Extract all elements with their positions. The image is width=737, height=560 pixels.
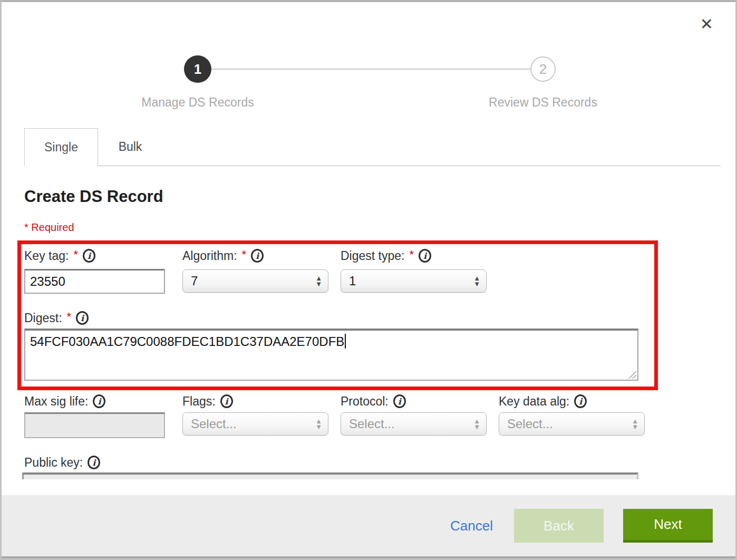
required-asterisk: * (67, 310, 72, 324)
info-icon[interactable]: i (251, 249, 264, 263)
algorithm-label: Algorithm: * i (182, 248, 264, 264)
select-arrows-icon: ▲ ▼ (315, 275, 322, 287)
digest-label-text: Digest: (24, 311, 62, 325)
key-data-alg-label-text: Key data alg: (499, 394, 569, 409)
arrow-down-icon: ▼ (315, 281, 322, 287)
public-key-label: Public key: i (24, 455, 100, 470)
select-arrows-icon: ▲ ▼ (632, 418, 638, 430)
public-key-textarea[interactable] (22, 472, 638, 479)
info-icon[interactable]: i (88, 456, 100, 469)
page-title: Create DS Record (24, 187, 163, 206)
info-icon[interactable]: i (220, 394, 233, 408)
stepper-connector-line (211, 69, 530, 70)
key-data-alg-select-value: Select... (507, 417, 553, 431)
info-icon[interactable]: i (393, 394, 406, 408)
required-asterisk: * (242, 248, 247, 262)
protocol-select[interactable]: Select... ▲ ▼ (341, 412, 487, 436)
max-sig-life-label: Max sig life: i (24, 393, 105, 409)
dialog-footer: Cancel Back Next (2, 495, 735, 558)
key-tag-label-text: Key tag: (24, 249, 69, 263)
select-arrows-icon: ▲ ▼ (315, 418, 322, 430)
arrow-down-icon: ▼ (473, 424, 480, 430)
select-arrows-icon: ▲ ▼ (473, 275, 480, 287)
arrow-down-icon: ▼ (315, 424, 322, 430)
arrow-down-icon: ▼ (632, 424, 638, 430)
info-icon[interactable]: i (574, 394, 587, 408)
info-icon[interactable]: i (93, 394, 105, 408)
stepper-step-1: 1 (184, 55, 211, 83)
digest-label: Digest: * i (24, 310, 89, 326)
flags-label: Flags: i (182, 393, 233, 409)
close-icon[interactable]: ✕ (700, 15, 713, 33)
cancel-button[interactable]: Cancel (450, 518, 493, 534)
back-button[interactable]: Back (514, 509, 604, 543)
resize-handle-icon[interactable] (627, 370, 636, 379)
protocol-label: Protocol: i (341, 393, 406, 409)
key-tag-input[interactable] (24, 269, 165, 294)
info-icon[interactable]: i (76, 311, 89, 325)
max-sig-life-input[interactable] (24, 412, 165, 438)
digest-type-select[interactable]: 1 ▲ ▼ (341, 269, 487, 293)
digest-textarea[interactable]: 54FCF030AA1C79C0088FDEC1BD1C37DAA2E70DFB (24, 329, 638, 381)
digest-type-label-text: Digest type: (341, 249, 404, 263)
algorithm-select-value: 7 (191, 274, 198, 288)
next-button[interactable]: Next (623, 509, 713, 543)
required-asterisk: * (409, 248, 414, 262)
key-tag-label: Key tag: * i (24, 248, 95, 264)
protocol-label-text: Protocol: (341, 394, 389, 409)
info-icon[interactable]: i (419, 249, 431, 263)
stepper-label-manage: Manage DS Records (92, 95, 303, 110)
tab-bulk[interactable]: Bulk (98, 128, 162, 166)
text-cursor (345, 334, 346, 349)
required-asterisk: * (73, 248, 78, 262)
required-note: * Required (24, 221, 74, 234)
stepper-step-2: 2 (530, 56, 556, 82)
protocol-select-value: Select... (349, 417, 395, 431)
flags-label-text: Flags: (182, 394, 216, 409)
tab-single[interactable]: Single (24, 128, 98, 166)
select-arrows-icon: ▲ ▼ (473, 418, 480, 430)
key-data-alg-label: Key data alg: i (499, 393, 587, 409)
algorithm-label-text: Algorithm: (182, 249, 237, 263)
digest-type-label: Digest type: * i (341, 248, 431, 264)
arrow-down-icon: ▼ (473, 281, 480, 287)
flags-select[interactable]: Select... ▲ ▼ (182, 412, 328, 436)
key-data-alg-select[interactable]: Select... ▲ ▼ (499, 412, 645, 436)
max-sig-life-label-text: Max sig life: (24, 394, 88, 409)
create-ds-record-dialog: ✕ 1 2 Manage DS Records Review DS Record… (0, 0, 737, 560)
public-key-label-text: Public key: (24, 456, 83, 470)
digest-value: 54FCF030AA1C79C0088FDEC1BD1C37DAA2E70DFB (30, 334, 344, 349)
algorithm-select[interactable]: 7 ▲ ▼ (182, 269, 328, 293)
tab-bar: Single Bulk (24, 128, 721, 166)
stepper-label-review: Review DS Records (438, 95, 648, 110)
info-icon[interactable]: i (83, 249, 95, 263)
digest-type-select-value: 1 (349, 274, 356, 288)
flags-select-value: Select... (191, 417, 237, 431)
